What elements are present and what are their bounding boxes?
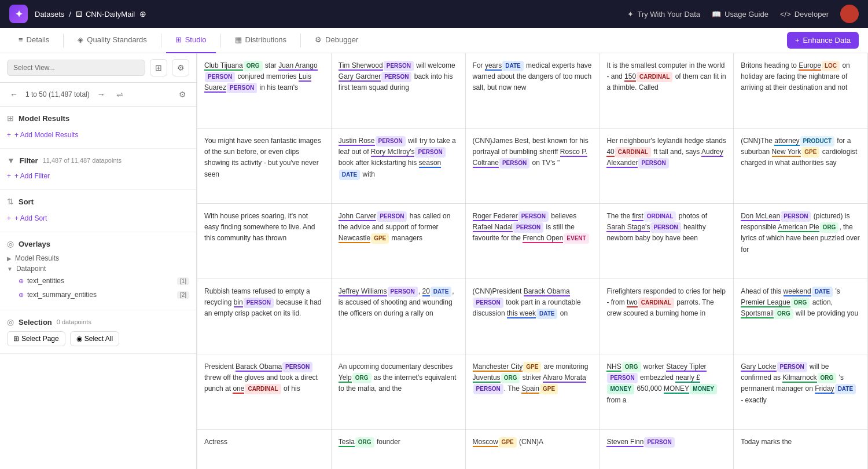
card-item[interactable]: You might have seen fantastic images of … [197,129,332,204]
card-item[interactable]: John CarverPERSON has called on the advi… [332,204,466,279]
enhance-data-label: Enhance Data [803,36,851,45]
card-item[interactable]: Manchester CityGPE are monitoring Juvent… [466,354,600,430]
entity-text: Juventus [473,373,501,383]
text-entities-overlay[interactable]: ⊕ text_entities [1] [19,275,189,287]
card-item[interactable]: With house prices soaring, it's not easy… [197,204,332,279]
try-data-button[interactable]: ✦ Try With Your Data [627,10,700,19]
card-item[interactable]: Justin RosePERSON will try to take a lea… [332,129,466,204]
card-item[interactable]: Gary LockePERSON will be confirmed as Ki… [734,354,868,430]
card-item[interactable]: Rubbish teams refused to empty a recycli… [197,279,332,354]
entity-tag: CARDINAL [637,72,672,82]
grid-view-button[interactable]: ⊞ [150,59,167,76]
dataset-icon: ⚄ [76,10,82,19]
card-item[interactable]: Don McLeanPERSON (pictured) is responsib… [734,204,868,279]
tab-debugger[interactable]: ⚙ Debugger [306,28,367,53]
tab-quality-label: Quality Standards [87,35,146,44]
nav-breadcrumb: Datasets / ⚄ CNN-DailyMail ⊕ [35,9,146,19]
card-item[interactable]: (CNN)James Best, best known for his port… [466,129,600,204]
entity-tag: PERSON [781,211,811,222]
avatar[interactable] [840,5,859,23]
entity-tag: ORDINAL [644,211,676,222]
try-data-label: Try With Your Data [637,10,700,19]
add-model-results-button[interactable]: + + Add Model Results [7,129,78,141]
entity-tag: ORG [820,222,839,233]
text-entities-badge: [1] [177,277,189,285]
add-sort-button[interactable]: + + Add Sort [7,212,47,225]
entity-text: Sarah Stage's [606,223,650,232]
filter-header: ▼ Filter 11,487 of 11,487 datapoints [7,156,189,165]
card-item[interactable]: Ahead of this weekendDATE 's Premier Lea… [734,279,868,354]
datapoint-overlay-label[interactable]: Datapoint [16,265,46,273]
entity-tag: GPE [371,233,389,244]
datasets-link[interactable]: Datasets [35,10,64,19]
entity-tag: DATE [812,287,833,297]
entity-text: Barack Obama [236,362,282,372]
card-item[interactable]: Firefighters responded to cries for help… [599,279,734,354]
card-item[interactable]: Club TijuanaORG star Juan ArangoPERSON c… [197,53,332,129]
card-item[interactable]: An upcoming documentary describes YelpOR… [332,354,466,430]
grid-settings-button[interactable]: ⚙ [175,87,189,101]
card-item[interactable]: (CNN)The attorneyPRODUCT for a suburban … [734,129,868,204]
filter-section: ▼ Filter 11,487 of 11,487 datapoints + +… [0,149,196,190]
nav-actions: ✦ Try With Your Data 📖 Usage Guide </> D… [627,5,859,23]
entity-tag: PERSON [518,211,549,222]
entity-tag: EVENT [564,233,589,244]
chevron-right-icon: ▶ [7,255,12,262]
card-item[interactable]: Steven FinnPERSON [599,430,734,469]
logo-icon[interactable]: ✦ [9,5,28,23]
entity-text: Justin Rose [339,137,375,146]
card-item[interactable]: Jeffrey WilliamsPERSON, 20DATE, is accus… [332,279,466,354]
model-results-overlay-label[interactable]: Model Results [15,254,59,262]
entity-tag: PERSON [388,287,418,297]
entity-tag: GPE [540,384,558,394]
code-icon: </> [780,10,791,19]
card-item[interactable]: For yearsDATE medical experts have warne… [466,53,600,129]
entity-tag: ORG [774,309,793,319]
tab-separator-1 [63,34,64,47]
text-summary-entities-overlay[interactable]: ⊕ text_summary_entities [2] [19,289,189,301]
model-results-overlay-row: ▶ Model Results [7,254,189,262]
card-item[interactable]: The the firstORDINAL photos of Sarah Sta… [599,204,734,279]
card-item[interactable]: Roger FedererPERSON believes Rafael Nada… [466,204,600,279]
grid-icon: ⊞ [13,335,19,343]
card-item[interactable]: Britons heading to EuropeLOC on holiday … [734,53,868,129]
view-select[interactable]: Select View... [7,60,145,76]
usage-guide-button[interactable]: 📖 Usage Guide [712,10,768,19]
overlays-header: ◎ Overlays [7,239,189,248]
prev-page-button[interactable]: ← [7,87,21,101]
pin-icon[interactable]: ⊕ [139,9,146,19]
entity-text: 150 [624,72,636,82]
card-item[interactable]: President Barack ObamaPERSON threw off t… [197,354,332,430]
developer-button[interactable]: </> Developer [780,10,829,19]
entity-tag: PERSON [282,362,312,372]
entity-text: Newcastle [339,234,370,243]
card-item[interactable]: (CNN)President Barack ObamaPERSON took p… [466,279,600,354]
tab-quality[interactable]: ◈ Quality Standards [68,28,156,53]
card-item[interactable]: It is the smallest computer in the world… [599,53,734,129]
settings-button[interactable]: ⚙ [172,59,189,76]
add-filter-button[interactable]: + + Add Filter [7,170,50,182]
select-all-button[interactable]: ◉ Select All [70,331,119,346]
top-nav: ✦ Datasets / ⚄ CNN-DailyMail ⊕ ✦ Try Wit… [0,0,868,28]
card-item[interactable]: Actress [197,430,332,469]
tab-details[interactable]: ≡ Details [9,28,58,53]
entity-tag: ORG [501,373,520,383]
card-item[interactable]: MoscowGPE (CNN)A [466,430,600,469]
datapoint-overlay-row: ▼ Datapoint [7,265,189,273]
entity-tag: PERSON [473,384,503,394]
next-page-button[interactable]: → [94,87,108,101]
enhance-data-button[interactable]: + Enhance Data [787,32,859,49]
add-sort-icon: + [7,214,11,222]
entity-tag: GPE [801,147,819,157]
card-grid: Club TijuanaORG star Juan ArangoPERSON c… [197,53,868,469]
card-item[interactable]: TeslaORG founder [332,430,466,469]
tab-studio[interactable]: ⊞ Studio [166,28,216,53]
tab-distributions[interactable]: ▦ Distributions [226,28,296,53]
shuffle-button[interactable]: ⇌ [113,87,127,101]
card-item[interactable]: Tim SherwoodPERSON will welcome Gary Gar… [332,53,466,129]
card-item[interactable]: Her neighbour's leylandii hedge stands 4… [599,129,734,204]
card-item[interactable]: Today marks the [734,430,868,469]
card-item[interactable]: NHSORG worker Stacey TiplerPERSON embezz… [599,354,734,430]
select-page-button[interactable]: ⊞ Select Page [7,331,65,346]
entity-tag: CARDINAL [245,384,281,394]
